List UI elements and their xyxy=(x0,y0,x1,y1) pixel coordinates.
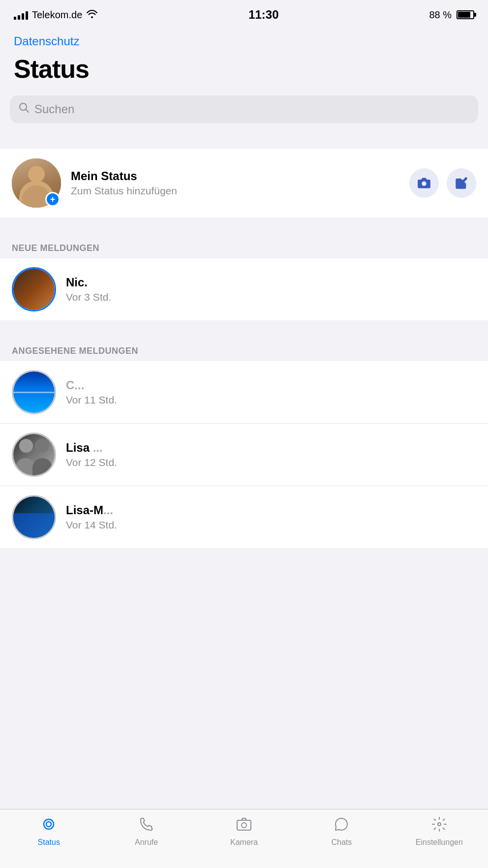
svg-line-1 xyxy=(26,110,29,113)
bottom-spacer xyxy=(0,548,488,568)
svg-rect-5 xyxy=(237,820,251,830)
svg-point-7 xyxy=(438,823,441,826)
kamera-tab-icon xyxy=(235,815,253,836)
status-avatar-lisa xyxy=(12,433,56,477)
edit-button[interactable] xyxy=(447,168,476,198)
svg-point-6 xyxy=(242,823,246,828)
svg-point-2 xyxy=(422,182,426,186)
status-time-lisam: Vor 14 Std. xyxy=(66,519,476,531)
tab-anrufe-label: Anrufe xyxy=(135,838,158,847)
search-placeholder: Suchen xyxy=(34,102,74,116)
chats-tab-icon xyxy=(333,815,350,836)
status-name-c: C... xyxy=(66,378,476,392)
status-bar-left: Telekom.de xyxy=(14,9,98,21)
header: Datenschutz Status xyxy=(0,30,488,92)
status-info-lisam: Lisa-M... Vor 14 Std. xyxy=(66,503,476,531)
svg-point-4 xyxy=(46,822,51,827)
tab-einstellungen[interactable]: Einstellungen xyxy=(391,815,488,847)
signal-icon xyxy=(14,10,28,20)
tab-kamera[interactable]: Kamera xyxy=(195,815,293,847)
my-status-name: Mein Status xyxy=(71,169,399,183)
status-time-c: Vor 11 Std. xyxy=(66,394,476,406)
neue-meldungen-header: NEUE MELDUNGEN xyxy=(0,235,488,258)
page-title: Status xyxy=(14,54,474,84)
status-name-lisa: Lisa ... xyxy=(66,441,476,455)
tab-status-label: Status xyxy=(38,838,60,847)
status-tab-icon xyxy=(40,815,58,836)
wifi-icon xyxy=(86,9,98,21)
neue-meldungen-label: NEUE MELDUNGEN xyxy=(12,243,99,253)
add-status-badge[interactable]: + xyxy=(45,192,60,207)
tab-chats-label: Chats xyxy=(332,838,352,847)
my-status-row[interactable]: + Mein Status Zum Status hinzufügen xyxy=(0,149,488,217)
status-info-nic: Nic. Vor 3 Std. xyxy=(66,276,476,303)
status-time-nic: Vor 3 Std. xyxy=(66,291,476,303)
status-name-nic: Nic. xyxy=(66,276,476,289)
tab-status[interactable]: Status xyxy=(0,815,97,847)
status-name-lisam: Lisa-M... xyxy=(66,503,476,517)
battery-percentage: 88 % xyxy=(429,9,452,21)
tab-anrufe[interactable]: Anrufe xyxy=(97,815,195,847)
status-time-lisa: Vor 12 Std. xyxy=(66,457,476,468)
status-item-nic[interactable]: Nic. Vor 3 Std. xyxy=(0,258,488,320)
status-avatar-lisam xyxy=(12,495,56,539)
status-bar-right: 88 % xyxy=(429,9,474,21)
status-item-c[interactable]: C... Vor 11 Std. xyxy=(0,361,488,424)
tab-chats[interactable]: Chats xyxy=(293,815,390,847)
tab-kamera-label: Kamera xyxy=(230,838,258,847)
angesehene-meldungen-list: C... Vor 11 Std. Lisa ... Vor xyxy=(0,361,488,548)
main-scroll[interactable]: Telekom.de 11:30 88 % Datenschutz Status xyxy=(0,0,488,809)
svg-point-3 xyxy=(44,819,54,829)
search-bar[interactable]: Suchen xyxy=(10,95,478,123)
anrufe-tab-icon xyxy=(138,815,155,836)
section-divider-neue xyxy=(0,217,488,235)
section-divider-top xyxy=(0,131,488,149)
status-bar-time: 11:30 xyxy=(248,8,278,22)
angesehene-meldungen-header: ANGESEHENE MELDUNGEN xyxy=(0,338,488,361)
status-item-lisa[interactable]: Lisa ... Vor 12 Std. xyxy=(0,424,488,486)
search-icon xyxy=(19,102,30,116)
status-item-lisam[interactable]: Lisa-M... Vor 14 Std. xyxy=(0,486,488,548)
neue-meldungen-list: Nic. Vor 3 Std. xyxy=(0,258,488,320)
camera-button[interactable] xyxy=(409,168,439,198)
search-container: Suchen xyxy=(0,92,488,131)
einstellungen-tab-icon xyxy=(430,815,448,836)
angesehene-meldungen-label: ANGESEHENE MELDUNGEN xyxy=(12,346,138,356)
tab-einstellungen-label: Einstellungen xyxy=(416,838,463,847)
status-avatar-nic xyxy=(12,267,56,311)
status-info-lisa: Lisa ... Vor 12 Std. xyxy=(66,441,476,468)
status-info-c: C... Vor 11 Std. xyxy=(66,378,476,406)
battery-icon xyxy=(457,10,474,19)
status-bar: Telekom.de 11:30 88 % xyxy=(0,0,488,30)
carrier-label: Telekom.de xyxy=(32,9,82,21)
section-divider-angesehene xyxy=(0,320,488,338)
back-button[interactable]: Datenschutz xyxy=(14,34,79,48)
tab-bar: Status Anrufe Kamera Chats xyxy=(0,809,488,868)
status-avatar-c xyxy=(12,370,56,414)
status-action-buttons xyxy=(409,168,476,198)
my-status-subtitle: Zum Status hinzufügen xyxy=(71,185,399,197)
my-status-info: Mein Status Zum Status hinzufügen xyxy=(71,169,399,197)
my-status-avatar-container: + xyxy=(12,158,61,208)
